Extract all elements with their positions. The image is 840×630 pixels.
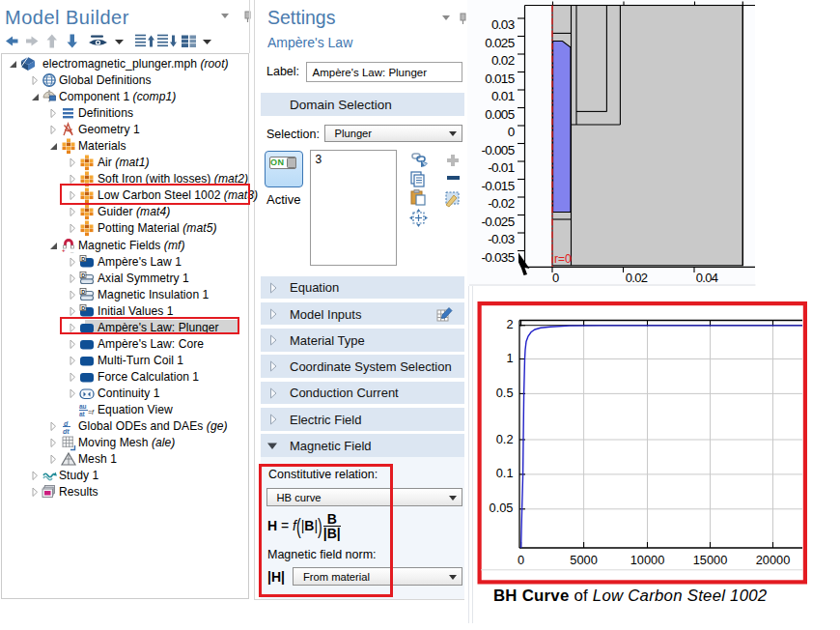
svg-text:D: D — [81, 272, 85, 277]
svg-text:-0.015: -0.015 — [481, 179, 514, 193]
svg-text:0.025: 0.025 — [485, 36, 514, 50]
svg-text:0.02: 0.02 — [626, 271, 648, 285]
svg-text:1: 1 — [506, 351, 513, 365]
svg-text:0.5: 0.5 — [496, 386, 514, 400]
svg-text:0: 0 — [552, 271, 559, 285]
svg-text:=f: =f — [88, 409, 95, 415]
svg-text:au: au — [79, 403, 87, 410]
svg-text:10000: 10000 — [630, 553, 665, 567]
svg-text:2: 2 — [506, 317, 513, 331]
svg-text:-0.03: -0.03 — [488, 232, 514, 246]
svg-text:0.1: 0.1 — [496, 466, 514, 480]
svg-text:D: D — [81, 304, 85, 310]
svg-text:0.01: 0.01 — [491, 89, 515, 103]
svg-text:-0.025: -0.025 — [481, 215, 514, 229]
svg-text:0: 0 — [518, 553, 524, 567]
svg-text:-0.035: -0.035 — [481, 250, 514, 265]
svg-text:d: d — [64, 419, 69, 426]
svg-text:dt: dt — [63, 427, 70, 434]
svg-text:15000: 15000 — [693, 553, 728, 567]
svg-text:0.015: 0.015 — [485, 72, 514, 86]
svg-text:0.005: 0.005 — [485, 107, 514, 122]
svg-text:-0.02: -0.02 — [488, 196, 514, 211]
svg-text:+: + — [62, 247, 66, 253]
svg-text:5000: 5000 — [570, 553, 597, 567]
svg-text:-0.01: -0.01 — [488, 160, 514, 175]
svg-text:-0.005: -0.005 — [481, 143, 514, 158]
svg-text:_: _ — [70, 247, 74, 253]
svg-text:0.04: 0.04 — [696, 271, 718, 285]
svg-text:D: D — [81, 288, 85, 294]
svg-text:r=0: r=0 — [554, 252, 572, 266]
svg-text:0.03: 0.03 — [491, 17, 515, 32]
svg-text:0.05: 0.05 — [490, 501, 514, 515]
svg-text:D: D — [81, 255, 85, 261]
svg-text:0.2: 0.2 — [496, 432, 514, 446]
svg-text:0: 0 — [508, 125, 515, 139]
svg-text:20000: 20000 — [756, 553, 791, 567]
svg-text:at: at — [79, 411, 86, 417]
svg-text:0.02: 0.02 — [491, 53, 515, 68]
